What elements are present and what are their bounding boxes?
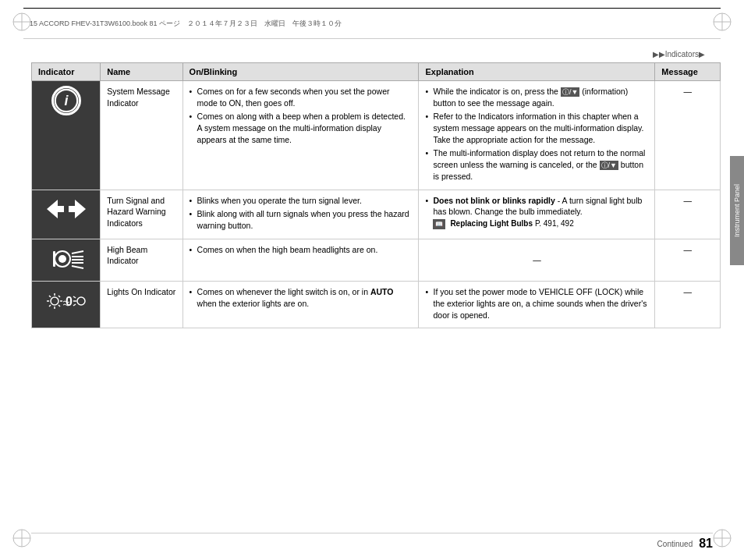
bullet-list-turn-signal: Blinks when you operate the turn signal … bbox=[190, 195, 413, 232]
bullet-list-lights-on: Comes on whenever the light switch is on… bbox=[190, 286, 413, 309]
bullet-item: Comes on for a few seconds when you set … bbox=[190, 86, 413, 108]
on-blinking-lights-on: Comes on whenever the light switch is on… bbox=[182, 282, 419, 328]
auto-bold: AUTO bbox=[370, 287, 394, 296]
corner-decoration-bl bbox=[11, 527, 33, 549]
bullet-list-explanation-system: While the indicator is on, press the ⓘ/▼… bbox=[425, 86, 648, 183]
indicator-turn-signal bbox=[32, 190, 101, 239]
bullet-item: The multi-information display does not r… bbox=[425, 147, 648, 182]
svg-point-17 bbox=[58, 255, 66, 263]
indicator-high-beam bbox=[32, 239, 101, 282]
svg-line-37 bbox=[73, 304, 76, 306]
info-icon: i bbox=[51, 86, 81, 115]
message-system-message: — bbox=[655, 81, 721, 190]
svg-rect-23 bbox=[53, 251, 55, 267]
side-tab-label: Instrument Panel bbox=[733, 184, 741, 237]
svg-line-18 bbox=[72, 251, 83, 253]
svg-line-31 bbox=[58, 296, 60, 297]
page-header: 15 ACCORD FHEV-31T3W6100.book 81 ページ ２０１… bbox=[23, 8, 721, 39]
button-icon-ref: ⓘ/▼ bbox=[561, 87, 579, 97]
col-header-indicator: Indicator bbox=[32, 63, 101, 81]
table-row: 0 Lights On Indicator bbox=[32, 282, 721, 328]
on-blinking-turn-signal: Blinks when you operate the turn signal … bbox=[182, 190, 419, 239]
name-system-message: System Message Indicator bbox=[101, 81, 182, 190]
book-icon: 📖 bbox=[433, 219, 445, 229]
turn-signal-arrows-icon bbox=[47, 200, 86, 218]
button-icon-ref2: ⓘ/▼ bbox=[600, 161, 618, 170]
turn-signal-icon-container bbox=[38, 195, 94, 226]
col-header-name: Name bbox=[101, 63, 182, 81]
corner-decoration-br bbox=[711, 527, 733, 549]
table-row: High Beam Indicator Comes on when the hi… bbox=[32, 239, 721, 282]
name-high-beam: High Beam Indicator bbox=[101, 239, 182, 282]
ref-text: Replacing Light Bulbs bbox=[450, 219, 533, 228]
explanation-turn-signal: Does not blink or blinks rapidly - A tur… bbox=[419, 190, 655, 239]
bullet-item: Blinks when you operate the turn signal … bbox=[190, 195, 413, 207]
svg-text:0: 0 bbox=[66, 295, 73, 308]
chapter-side-tab: Instrument Panel bbox=[730, 156, 744, 265]
col-header-message: Message bbox=[655, 63, 721, 81]
main-content: Indicator Name On/Blinking Explanation M… bbox=[31, 62, 721, 513]
indicators-table: Indicator Name On/Blinking Explanation M… bbox=[31, 62, 721, 328]
col-header-on-blinking: On/Blinking bbox=[182, 63, 419, 81]
bullet-item: Does not blink or blinks rapidly - A tur… bbox=[425, 195, 648, 230]
svg-line-29 bbox=[49, 296, 51, 297]
svg-text:i: i bbox=[64, 93, 69, 108]
name-turn-signal: Turn Signal and Hazard Warning Indicator… bbox=[101, 190, 182, 239]
bullet-list-explanation-turn: Does not blink or blinks rapidly - A tur… bbox=[425, 195, 648, 230]
bullet-item: Comes on when the high beam headlights a… bbox=[190, 244, 413, 256]
col-header-explanation: Explanation bbox=[419, 63, 655, 81]
bullet-item: Refer to the Indicators information in t… bbox=[425, 111, 648, 145]
high-beam-icon-container bbox=[38, 244, 94, 277]
bullet-list-explanation-lights: If you set the power mode to VEHICLE OFF… bbox=[425, 286, 648, 321]
continued-label: Continued bbox=[657, 540, 693, 548]
bullet-item: While the indicator is on, press the ⓘ/▼… bbox=[425, 86, 648, 108]
explanation-high-beam: — bbox=[419, 239, 655, 282]
table-header-row: Indicator Name On/Blinking Explanation M… bbox=[32, 63, 721, 81]
explanation-system-message: While the indicator is on, press the ⓘ/▼… bbox=[419, 81, 655, 190]
page-footer: Continued 81 bbox=[31, 533, 713, 551]
indicator-lights-on: 0 bbox=[32, 282, 101, 328]
table-row: Turn Signal and Hazard Warning Indicator… bbox=[32, 190, 721, 239]
page-number: 81 bbox=[699, 537, 713, 551]
message-lights-on: — bbox=[655, 282, 721, 328]
message-turn-signal: — bbox=[655, 190, 721, 239]
svg-point-34 bbox=[77, 297, 85, 305]
indicator-system-message: i bbox=[32, 81, 101, 190]
svg-line-22 bbox=[72, 266, 83, 268]
bullet-item: Blink along with all turn signals when y… bbox=[190, 208, 413, 231]
high-beam-icon bbox=[48, 247, 84, 271]
bullet-list-system-message: Comes on for a few seconds when you set … bbox=[190, 86, 413, 145]
indicators-label: ▶▶Indicators▶ bbox=[653, 50, 705, 58]
bullet-list-high-beam: Comes on when the high beam headlights a… bbox=[190, 244, 413, 256]
svg-marker-14 bbox=[47, 200, 64, 218]
svg-line-35 bbox=[73, 296, 76, 298]
svg-marker-15 bbox=[69, 200, 86, 218]
svg-point-24 bbox=[51, 297, 58, 305]
table-row: i System Message Indicator Comes on for … bbox=[32, 81, 721, 190]
bullet-item: Comes on whenever the light switch is on… bbox=[190, 286, 413, 309]
name-lights-on: Lights On Indicator bbox=[101, 282, 182, 328]
message-high-beam: — bbox=[655, 239, 721, 282]
header-file-info: 15 ACCORD FHEV-31T3W6100.book 81 ページ ２０１… bbox=[30, 19, 342, 29]
ref-page: P. 491, 492 bbox=[535, 219, 574, 228]
bullet-item: Comes on along with a beep when a proble… bbox=[190, 111, 413, 145]
lights-on-icon: 0 bbox=[47, 289, 86, 313]
explanation-lights-on: If you set the power mode to VEHICLE OFF… bbox=[419, 282, 655, 328]
svg-line-30 bbox=[58, 305, 60, 307]
svg-line-32 bbox=[49, 305, 51, 307]
bullet-item: If you set the power mode to VEHICLE OFF… bbox=[425, 286, 648, 321]
lights-on-icon-container: 0 bbox=[38, 286, 94, 319]
bold-text: Does not blink or blinks rapidly bbox=[433, 196, 554, 205]
explanation-dash: — bbox=[533, 255, 541, 264]
name-high-beam-label: High Beam Indicator bbox=[107, 245, 147, 266]
on-blinking-system-message: Comes on for a few seconds when you set … bbox=[182, 81, 419, 190]
on-blinking-high-beam: Comes on when the high beam headlights a… bbox=[182, 239, 419, 282]
